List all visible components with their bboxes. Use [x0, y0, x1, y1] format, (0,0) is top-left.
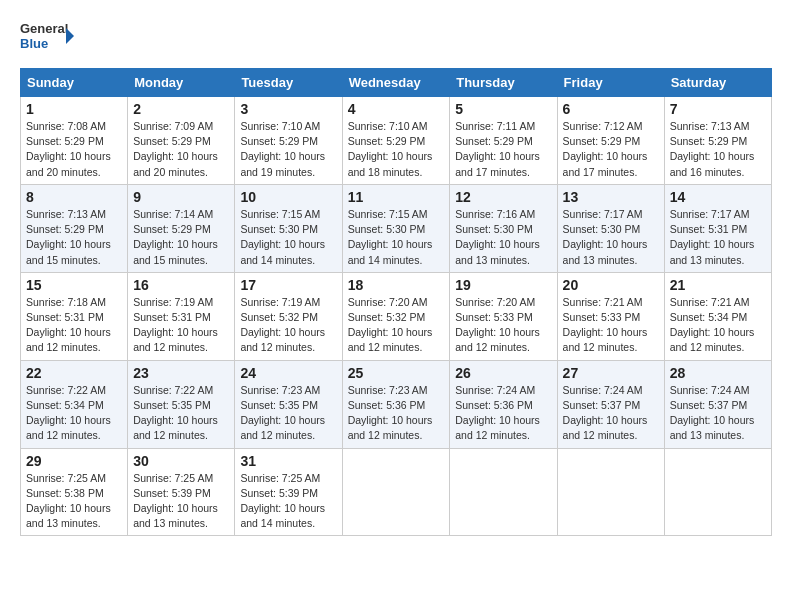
- empty-cell: [450, 448, 557, 536]
- day-number: 27: [563, 365, 659, 381]
- calendar-table: SundayMondayTuesdayWednesdayThursdayFrid…: [20, 68, 772, 536]
- calendar-week-5: 29 Sunrise: 7:25 AMSunset: 5:38 PMDaylig…: [21, 448, 772, 536]
- calendar-day-31: 31 Sunrise: 7:25 AMSunset: 5:39 PMDaylig…: [235, 448, 342, 536]
- day-info: Sunrise: 7:20 AMSunset: 5:33 PMDaylight:…: [455, 296, 540, 354]
- day-info: Sunrise: 7:20 AMSunset: 5:32 PMDaylight:…: [348, 296, 433, 354]
- calendar-week-2: 8 Sunrise: 7:13 AMSunset: 5:29 PMDayligh…: [21, 184, 772, 272]
- calendar-day-24: 24 Sunrise: 7:23 AMSunset: 5:35 PMDaylig…: [235, 360, 342, 448]
- day-number: 15: [26, 277, 122, 293]
- calendar-day-22: 22 Sunrise: 7:22 AMSunset: 5:34 PMDaylig…: [21, 360, 128, 448]
- day-number: 22: [26, 365, 122, 381]
- day-number: 29: [26, 453, 122, 469]
- day-info: Sunrise: 7:25 AMSunset: 5:39 PMDaylight:…: [240, 472, 325, 530]
- day-info: Sunrise: 7:24 AMSunset: 5:37 PMDaylight:…: [563, 384, 648, 442]
- day-info: Sunrise: 7:22 AMSunset: 5:34 PMDaylight:…: [26, 384, 111, 442]
- calendar-day-18: 18 Sunrise: 7:20 AMSunset: 5:32 PMDaylig…: [342, 272, 450, 360]
- calendar-day-14: 14 Sunrise: 7:17 AMSunset: 5:31 PMDaylig…: [664, 184, 771, 272]
- header-row: SundayMondayTuesdayWednesdayThursdayFrid…: [21, 69, 772, 97]
- day-number: 20: [563, 277, 659, 293]
- day-number: 12: [455, 189, 551, 205]
- day-number: 7: [670, 101, 766, 117]
- day-info: Sunrise: 7:19 AMSunset: 5:31 PMDaylight:…: [133, 296, 218, 354]
- day-number: 6: [563, 101, 659, 117]
- day-number: 26: [455, 365, 551, 381]
- day-info: Sunrise: 7:24 AMSunset: 5:37 PMDaylight:…: [670, 384, 755, 442]
- day-info: Sunrise: 7:15 AMSunset: 5:30 PMDaylight:…: [240, 208, 325, 266]
- day-number: 1: [26, 101, 122, 117]
- empty-cell: [342, 448, 450, 536]
- day-number: 4: [348, 101, 445, 117]
- day-info: Sunrise: 7:25 AMSunset: 5:39 PMDaylight:…: [133, 472, 218, 530]
- day-info: Sunrise: 7:22 AMSunset: 5:35 PMDaylight:…: [133, 384, 218, 442]
- day-info: Sunrise: 7:16 AMSunset: 5:30 PMDaylight:…: [455, 208, 540, 266]
- header-wednesday: Wednesday: [342, 69, 450, 97]
- calendar-day-23: 23 Sunrise: 7:22 AMSunset: 5:35 PMDaylig…: [128, 360, 235, 448]
- day-info: Sunrise: 7:13 AMSunset: 5:29 PMDaylight:…: [26, 208, 111, 266]
- day-number: 21: [670, 277, 766, 293]
- calendar-day-25: 25 Sunrise: 7:23 AMSunset: 5:36 PMDaylig…: [342, 360, 450, 448]
- day-number: 24: [240, 365, 336, 381]
- day-number: 19: [455, 277, 551, 293]
- calendar-day-26: 26 Sunrise: 7:24 AMSunset: 5:36 PMDaylig…: [450, 360, 557, 448]
- calendar-day-29: 29 Sunrise: 7:25 AMSunset: 5:38 PMDaylig…: [21, 448, 128, 536]
- calendar-day-6: 6 Sunrise: 7:12 AMSunset: 5:29 PMDayligh…: [557, 97, 664, 185]
- day-info: Sunrise: 7:17 AMSunset: 5:30 PMDaylight:…: [563, 208, 648, 266]
- empty-cell: [664, 448, 771, 536]
- calendar-day-20: 20 Sunrise: 7:21 AMSunset: 5:33 PMDaylig…: [557, 272, 664, 360]
- calendar-day-10: 10 Sunrise: 7:15 AMSunset: 5:30 PMDaylig…: [235, 184, 342, 272]
- day-number: 10: [240, 189, 336, 205]
- day-number: 30: [133, 453, 229, 469]
- day-info: Sunrise: 7:21 AMSunset: 5:34 PMDaylight:…: [670, 296, 755, 354]
- calendar-week-4: 22 Sunrise: 7:22 AMSunset: 5:34 PMDaylig…: [21, 360, 772, 448]
- calendar-day-3: 3 Sunrise: 7:10 AMSunset: 5:29 PMDayligh…: [235, 97, 342, 185]
- header-monday: Monday: [128, 69, 235, 97]
- header-sunday: Sunday: [21, 69, 128, 97]
- calendar-day-19: 19 Sunrise: 7:20 AMSunset: 5:33 PMDaylig…: [450, 272, 557, 360]
- calendar-day-9: 9 Sunrise: 7:14 AMSunset: 5:29 PMDayligh…: [128, 184, 235, 272]
- calendar-day-7: 7 Sunrise: 7:13 AMSunset: 5:29 PMDayligh…: [664, 97, 771, 185]
- day-number: 23: [133, 365, 229, 381]
- day-info: Sunrise: 7:24 AMSunset: 5:36 PMDaylight:…: [455, 384, 540, 442]
- day-number: 8: [26, 189, 122, 205]
- empty-cell: [557, 448, 664, 536]
- day-number: 14: [670, 189, 766, 205]
- day-info: Sunrise: 7:23 AMSunset: 5:36 PMDaylight:…: [348, 384, 433, 442]
- day-number: 31: [240, 453, 336, 469]
- day-number: 17: [240, 277, 336, 293]
- calendar-day-5: 5 Sunrise: 7:11 AMSunset: 5:29 PMDayligh…: [450, 97, 557, 185]
- day-number: 16: [133, 277, 229, 293]
- day-info: Sunrise: 7:10 AMSunset: 5:29 PMDaylight:…: [240, 120, 325, 178]
- day-number: 5: [455, 101, 551, 117]
- day-info: Sunrise: 7:19 AMSunset: 5:32 PMDaylight:…: [240, 296, 325, 354]
- day-info: Sunrise: 7:10 AMSunset: 5:29 PMDaylight:…: [348, 120, 433, 178]
- header-saturday: Saturday: [664, 69, 771, 97]
- calendar-day-13: 13 Sunrise: 7:17 AMSunset: 5:30 PMDaylig…: [557, 184, 664, 272]
- calendar-day-30: 30 Sunrise: 7:25 AMSunset: 5:39 PMDaylig…: [128, 448, 235, 536]
- day-info: Sunrise: 7:21 AMSunset: 5:33 PMDaylight:…: [563, 296, 648, 354]
- calendar-day-8: 8 Sunrise: 7:13 AMSunset: 5:29 PMDayligh…: [21, 184, 128, 272]
- header-friday: Friday: [557, 69, 664, 97]
- calendar-week-3: 15 Sunrise: 7:18 AMSunset: 5:31 PMDaylig…: [21, 272, 772, 360]
- header-thursday: Thursday: [450, 69, 557, 97]
- day-number: 2: [133, 101, 229, 117]
- day-number: 28: [670, 365, 766, 381]
- day-number: 18: [348, 277, 445, 293]
- day-info: Sunrise: 7:18 AMSunset: 5:31 PMDaylight:…: [26, 296, 111, 354]
- day-number: 13: [563, 189, 659, 205]
- calendar-day-16: 16 Sunrise: 7:19 AMSunset: 5:31 PMDaylig…: [128, 272, 235, 360]
- day-number: 3: [240, 101, 336, 117]
- day-number: 9: [133, 189, 229, 205]
- calendar-day-27: 27 Sunrise: 7:24 AMSunset: 5:37 PMDaylig…: [557, 360, 664, 448]
- day-info: Sunrise: 7:12 AMSunset: 5:29 PMDaylight:…: [563, 120, 648, 178]
- logo: General Blue: [20, 16, 75, 56]
- day-info: Sunrise: 7:15 AMSunset: 5:30 PMDaylight:…: [348, 208, 433, 266]
- calendar-day-2: 2 Sunrise: 7:09 AMSunset: 5:29 PMDayligh…: [128, 97, 235, 185]
- day-info: Sunrise: 7:08 AMSunset: 5:29 PMDaylight:…: [26, 120, 111, 178]
- day-info: Sunrise: 7:13 AMSunset: 5:29 PMDaylight:…: [670, 120, 755, 178]
- calendar-day-11: 11 Sunrise: 7:15 AMSunset: 5:30 PMDaylig…: [342, 184, 450, 272]
- calendar-day-21: 21 Sunrise: 7:21 AMSunset: 5:34 PMDaylig…: [664, 272, 771, 360]
- day-number: 25: [348, 365, 445, 381]
- day-info: Sunrise: 7:11 AMSunset: 5:29 PMDaylight:…: [455, 120, 540, 178]
- calendar-day-12: 12 Sunrise: 7:16 AMSunset: 5:30 PMDaylig…: [450, 184, 557, 272]
- day-info: Sunrise: 7:17 AMSunset: 5:31 PMDaylight:…: [670, 208, 755, 266]
